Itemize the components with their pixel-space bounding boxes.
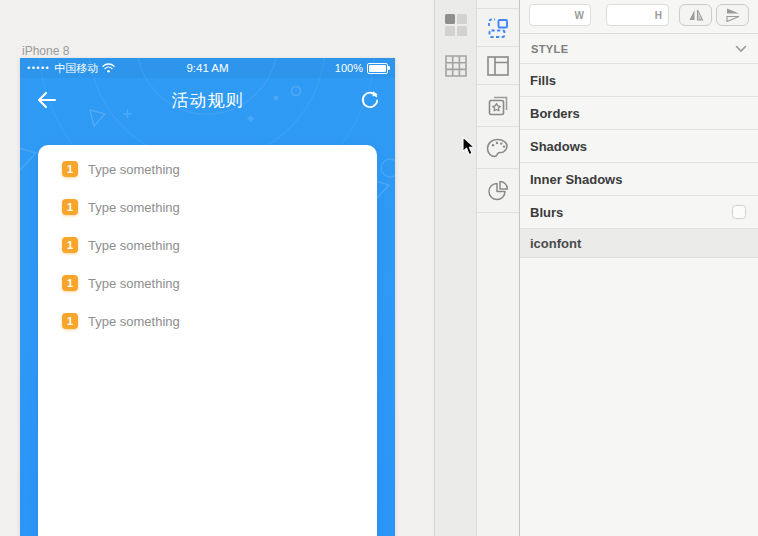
library-star-icon [486,94,510,118]
flip-horizontal-icon [688,8,704,22]
carrier-block: ••••• 中国移动 [27,61,115,76]
iconfont-section[interactable]: iconfont [520,229,758,258]
tab-resize-selected[interactable] [477,8,519,47]
battery-percent-label: 100% [335,62,363,74]
plugin-tab-bar [476,0,519,536]
status-bar: ••••• 中国移动 9:41 AM 100% [20,58,395,78]
tab-layout[interactable] [477,47,519,85]
blurs-checkbox[interactable] [732,205,746,219]
section-fills[interactable]: Fills [520,64,758,97]
height-unit-label: H [655,10,668,21]
section-shadows[interactable]: Shadows [520,130,758,163]
tab-palette[interactable] [477,127,519,169]
wifi-icon [102,63,115,73]
height-field[interactable]: H [606,4,669,26]
section-borders[interactable]: Borders [520,97,758,130]
tab-chart[interactable] [477,169,519,213]
plugin-side-strip [434,0,476,536]
section-label: Inner Shadows [530,172,622,187]
width-input[interactable] [530,8,575,22]
list-item-label: Type something [88,162,180,177]
list-item[interactable]: 1 Type something [38,150,377,188]
style-sections-list: Fills Borders Shadows Inner Shadows Blur… [520,63,758,258]
list-item[interactable]: 1 Type something [38,302,377,340]
section-blurs[interactable]: Blurs [520,196,758,229]
palette-icon [486,138,510,158]
list-item-label: Type something [88,314,180,329]
chevron-down-icon [735,45,747,53]
battery-icon [367,63,388,74]
inspector-panel: W H STYLE Fills Borders [519,0,758,536]
section-label: Shadows [530,139,587,154]
grid-view-icon[interactable] [445,55,467,77]
list-item[interactable]: 1 Type something [38,264,377,302]
iconfont-label: iconfont [530,236,581,251]
list-item[interactable]: 1 Type something [38,188,377,226]
number-badge: 1 [62,313,78,329]
back-arrow-icon[interactable] [36,90,57,110]
nav-bar: 活动规则 [20,78,395,122]
number-badge: 1 [62,161,78,177]
list-item-label: Type something [88,238,180,253]
style-header-label: STYLE [531,43,568,55]
artboard-title[interactable]: iPhone 8 [22,44,69,58]
battery-block: 100% [335,62,388,74]
section-label: Blurs [530,205,563,220]
section-inner-shadows[interactable]: Inner Shadows [520,163,758,196]
layout-icon [487,56,509,76]
iphone8-artboard[interactable]: ••••• 中国移动 9:41 AM 100% 活动规则 [20,58,395,536]
section-label: Fills [530,73,556,88]
tab-library[interactable] [477,85,519,127]
list-item[interactable]: 1 Type something [38,226,377,264]
list-item-label: Type something [88,276,180,291]
page-title: 活动规则 [172,89,244,112]
design-canvas[interactable]: iPhone 8 ••••• 中国移动 [0,0,434,536]
section-label: Borders [530,106,580,121]
refresh-icon[interactable] [360,90,380,110]
height-input[interactable] [607,8,655,22]
signal-dots-icon: ••••• [27,63,50,73]
flip-horizontal-button[interactable] [679,4,712,26]
pie-chart-icon [487,180,509,202]
flip-vertical-icon [725,8,741,22]
carrier-label: 中国移动 [54,61,98,76]
number-badge: 1 [62,237,78,253]
resize-icon [486,16,510,40]
flip-vertical-button[interactable] [716,4,749,26]
number-badge: 1 [62,275,78,291]
style-section-header[interactable]: STYLE [520,34,758,63]
width-unit-label: W [575,10,590,21]
components-view-icon[interactable] [445,14,467,36]
width-field[interactable]: W [529,4,591,26]
list-item-label: Type something [88,200,180,215]
rules-card: 1 Type something 1 Type something 1 Type… [38,145,377,536]
number-badge: 1 [62,199,78,215]
